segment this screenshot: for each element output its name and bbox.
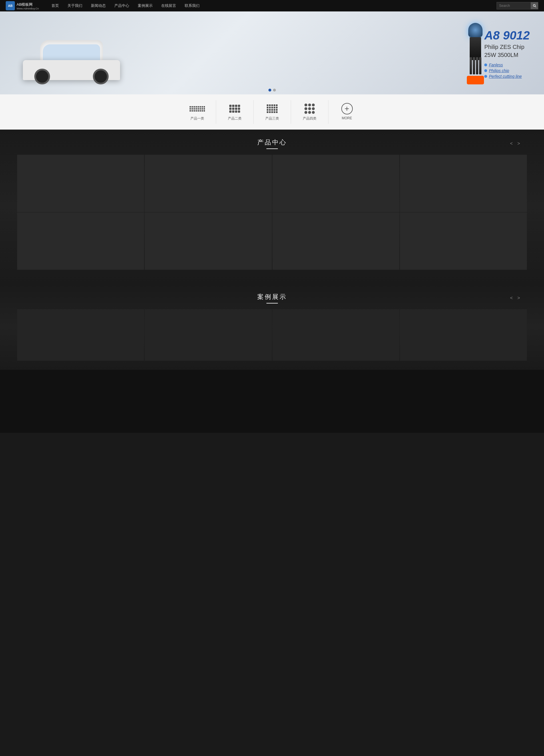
category-2[interactable]: 产品二类 [216, 100, 254, 124]
header: AB AB模板网 Www.AdminBuy.Cn 首页 关于我们 新闻动态 产品… [0, 0, 544, 11]
site-name: AB模板网 [17, 2, 33, 7]
case-next-button[interactable]: > [516, 295, 521, 301]
product-title-text: 产品中心 [257, 138, 287, 147]
banner-dot-1[interactable] [269, 89, 271, 92]
hero-banner: A8 9012 Philip ZES Chip 25W 3500LM Fanle… [0, 11, 544, 94]
footer [0, 370, 544, 433]
case-section-header: 案例展示 < > [0, 293, 544, 303]
nav-home[interactable]: 首页 [47, 0, 63, 11]
product-card-2[interactable] [145, 155, 272, 212]
case-section-title: 案例展示 [257, 293, 287, 303]
product-card-8[interactable] [400, 213, 527, 270]
cat-icon-1 [190, 103, 205, 114]
case-prev-button[interactable]: < [509, 295, 514, 301]
product-card-3[interactable] [272, 155, 399, 212]
cat-label-2: 产品二类 [228, 116, 242, 121]
case-card-4[interactable] [400, 309, 527, 361]
nav-about[interactable]: 关于我们 [64, 0, 86, 11]
product-prev-button[interactable]: < [509, 140, 514, 147]
banner-dot-2[interactable] [273, 89, 276, 92]
svg-point-0 [533, 5, 535, 7]
plus-icon: + [341, 103, 353, 114]
nav-cases[interactable]: 案例展示 [134, 0, 157, 11]
product-section-title: 产品中心 [257, 138, 287, 149]
cat-label-more: MORE [342, 116, 352, 120]
case-title-text: 案例展示 [257, 293, 287, 301]
product-section: 产品中心 < > [0, 130, 544, 284]
case-grid [0, 309, 544, 361]
banner-features: Fanless Philips chip Perfect cutting lin… [484, 63, 530, 79]
product-next-button[interactable]: > [516, 140, 521, 147]
feature-dot-1 [484, 64, 487, 66]
cat-icon-more: + [340, 103, 354, 114]
nav-products[interactable]: 产品中心 [110, 0, 133, 11]
cat-icon-4 [302, 103, 317, 114]
cat-label-4: 产品四类 [303, 116, 316, 121]
product-card-1[interactable] [17, 155, 144, 212]
product-grid [0, 155, 544, 270]
category-3[interactable]: 产品三类 [254, 100, 291, 124]
category-1[interactable]: 产品一类 [179, 100, 216, 124]
site-sub: Www.AdminBuy.Cn [17, 7, 39, 10]
banner-chip: Philip ZES Chip [484, 44, 530, 50]
case-arrows: < > [509, 295, 521, 301]
logo-icon: AB [6, 1, 15, 10]
product-card-7[interactable] [272, 213, 399, 270]
product-title-underline [267, 148, 278, 149]
feature-dot-3 [484, 75, 487, 78]
banner-power: 25W 3500LM [484, 52, 530, 58]
category-section: 产品一类 产品二类 产品三类 [0, 94, 544, 130]
cat-label-3: 产品三类 [265, 116, 279, 121]
category-4[interactable]: 产品四类 [291, 100, 328, 124]
feature-1: Fanless [484, 63, 530, 67]
cat-icon-3 [265, 103, 279, 114]
product-card-6[interactable] [145, 213, 272, 270]
cat-icon-2 [228, 103, 242, 114]
car-illustration [17, 20, 137, 89]
product-card-5[interactable] [17, 213, 144, 270]
cat-label-1: 产品一类 [191, 116, 204, 121]
product-arrows: < > [509, 140, 521, 147]
case-section: 案例展示 < > [0, 284, 544, 370]
banner-product-name: A8 9012 [484, 29, 530, 42]
search-button[interactable] [531, 2, 538, 9]
search-area [497, 2, 538, 9]
product-section-header: 产品中心 < > [0, 138, 544, 149]
product-card-4[interactable] [400, 155, 527, 212]
svg-line-1 [535, 6, 536, 7]
main-nav: 首页 关于我们 新闻动态 产品中心 案例展示 在线留言 联系我们 [47, 0, 497, 11]
feature-2: Philips chip [484, 68, 530, 73]
search-input[interactable] [497, 2, 531, 9]
banner-pagination [269, 89, 276, 92]
nav-message[interactable]: 在线留言 [157, 0, 180, 11]
search-icon [533, 4, 536, 7]
logo[interactable]: AB AB模板网 Www.AdminBuy.Cn [6, 1, 39, 10]
feature-dot-2 [484, 69, 487, 72]
feature-3: Perfect cutting line [484, 74, 530, 79]
case-title-underline [267, 303, 278, 303]
banner-text-area: A8 9012 Philip ZES Chip 25W 3500LM Fanle… [484, 29, 530, 80]
nav-contact[interactable]: 联系我们 [181, 0, 204, 11]
category-more[interactable]: + MORE [328, 100, 366, 124]
case-card-2[interactable] [145, 309, 272, 361]
nav-news[interactable]: 新闻动态 [87, 0, 110, 11]
logo-text-area: AB模板网 Www.AdminBuy.Cn [17, 2, 39, 10]
case-card-1[interactable] [17, 309, 144, 361]
case-card-3[interactable] [272, 309, 399, 361]
